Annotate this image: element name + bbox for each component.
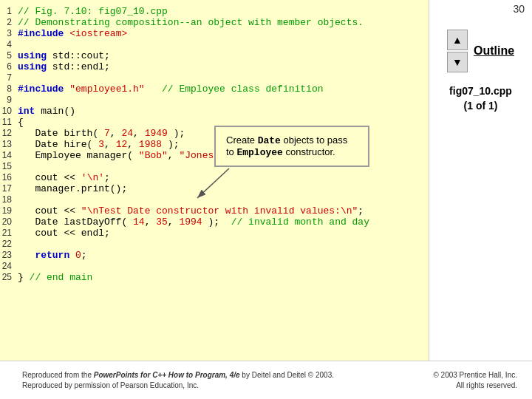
line-number: 15 [0, 161, 16, 172]
line-number: 2 [0, 17, 16, 28]
code-line [16, 261, 429, 272]
line-number: 10 [0, 106, 16, 117]
line-number: 24 [0, 261, 16, 272]
line-number: 6 [0, 61, 16, 72]
main-container: 1 // Fig. 7.10: fig07_10.cpp 2 // Demons… [0, 0, 532, 399]
line-number: 21 [0, 228, 16, 239]
callout-arrow-icon [194, 161, 231, 205]
code-line: cout << endl; [16, 228, 429, 239]
code-line: // Fig. 7.10: fig07_10.cpp [16, 6, 429, 17]
callout-box: Create Date objects to pass to Employee … [214, 126, 369, 167]
code-line: #include <iostream> [16, 28, 429, 39]
line-number: 19 [0, 205, 16, 216]
table-row: 4 [0, 39, 429, 50]
line-number: 7 [0, 72, 16, 83]
code-line: using std::endl; [16, 61, 429, 72]
pages: (1 of 1) [449, 99, 512, 114]
line-number: 13 [0, 139, 16, 150]
table-row: 3 #include <iostream> [0, 28, 429, 39]
line-number: 3 [0, 28, 16, 39]
arrow-up-button[interactable]: ▲ [447, 30, 468, 50]
bottom-bar: Reproduced from the PowerPoints for C++ … [0, 361, 532, 399]
table-row: 9 [0, 95, 429, 106]
sidebar: 30 ▲ ▼ Outline fig07_10.cpp (1 of 1) [429, 0, 532, 399]
footer-left: Reproduced from the PowerPoints for C++ … [22, 370, 362, 391]
table-row: 5 using std::cout; [0, 50, 429, 61]
page-number: 30 [513, 3, 525, 15]
svg-line-1 [197, 168, 229, 198]
code-line: int main() [16, 106, 429, 117]
line-number: 16 [0, 172, 16, 183]
code-line [16, 39, 429, 50]
table-row: 25 } // end main [0, 272, 429, 283]
code-line: return 0; [16, 250, 429, 261]
table-row: 7 [0, 72, 429, 83]
line-number: 1 [0, 6, 16, 17]
line-number: 18 [0, 194, 16, 205]
filename: fig07_10.cpp [449, 84, 512, 99]
table-row: 24 [0, 261, 429, 272]
table-row: 19 cout << "\nTest Date constructor with… [0, 205, 429, 216]
code-area: 1 // Fig. 7.10: fig07_10.cpp 2 // Demons… [0, 0, 429, 399]
code-line [16, 95, 429, 106]
outline-label: Outline [474, 44, 514, 58]
table-row: 8 #include "employee1.h" // Employee cla… [0, 83, 429, 95]
code-line: Date lastDayOff( 14, 35, 1994 ); // inva… [16, 216, 429, 228]
table-row: 6 using std::endl; [0, 61, 429, 72]
table-row: 20 Date lastDayOff( 14, 35, 1994 ); // i… [0, 216, 429, 228]
copyright-line2: All rights reserved. [433, 381, 517, 391]
table-row: 21 cout << endl; [0, 228, 429, 239]
code-line: using std::cout; [16, 50, 429, 61]
table-row: 23 return 0; [0, 250, 429, 261]
line-number: 9 [0, 95, 16, 106]
line-number: 20 [0, 216, 16, 228]
footer-right: © 2003 Prentice Hall, Inc. All rights re… [433, 370, 517, 391]
line-number: 12 [0, 128, 16, 139]
copyright-line1: © 2003 Prentice Hall, Inc. [433, 370, 517, 381]
code-line: // Demonstrating composition--an object … [16, 17, 429, 28]
line-number: 22 [0, 239, 16, 250]
line-number: 11 [0, 117, 16, 128]
line-number: 8 [0, 83, 16, 95]
arrow-down-button[interactable]: ▼ [447, 52, 468, 72]
line-number: 23 [0, 250, 16, 261]
line-number: 4 [0, 39, 16, 50]
filename-box: fig07_10.cpp (1 of 1) [449, 84, 512, 113]
line-number: 25 [0, 272, 16, 283]
code-line: cout << "\nTest Date constructor with in… [16, 205, 429, 216]
line-number: 17 [0, 183, 16, 194]
code-line: } // end main [16, 272, 429, 283]
line-number: 5 [0, 50, 16, 61]
code-line [16, 239, 429, 250]
outline-arrows: ▲ ▼ [447, 30, 468, 72]
table-row: 10 int main() [0, 106, 429, 117]
outline-button-group: ▲ ▼ Outline [447, 30, 514, 72]
table-row: 22 [0, 239, 429, 250]
code-line: #include "employee1.h" // Employee class… [16, 83, 429, 95]
code-line [16, 72, 429, 83]
line-number: 14 [0, 150, 16, 161]
table-row: 1 // Fig. 7.10: fig07_10.cpp [0, 6, 429, 17]
table-row: 2 // Demonstrating composition--an objec… [0, 17, 429, 28]
